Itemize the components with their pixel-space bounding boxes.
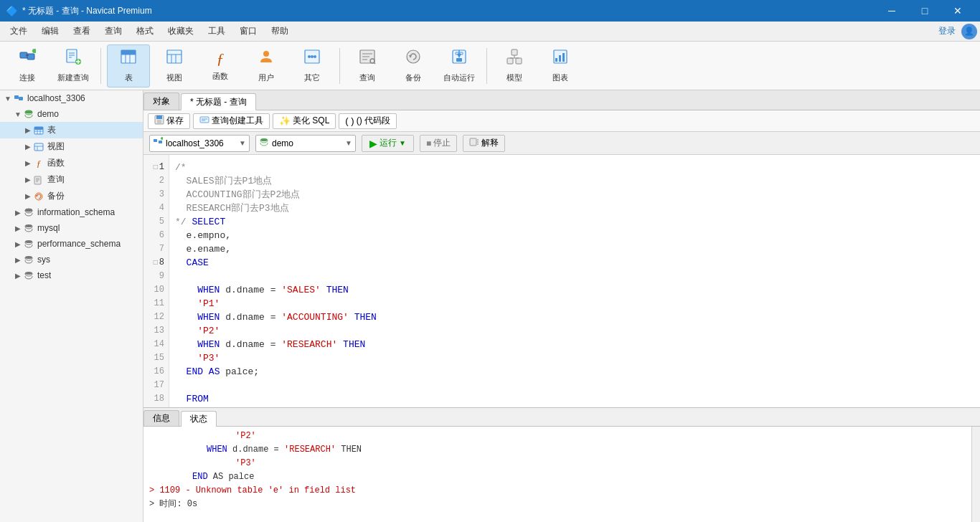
- view-group-icon: [33, 141, 44, 153]
- line-num-14: 14: [143, 338, 169, 351]
- login-label[interactable]: 登录: [938, 25, 956, 37]
- sidebar-item-mysql[interactable]: ▶ mysql: [0, 220, 143, 236]
- sidebar-item-localhost[interactable]: ▼ localhost_3306: [0, 90, 143, 106]
- svg-rect-16: [167, 50, 182, 63]
- bottom-scrollbar[interactable]: [971, 427, 980, 522]
- toolbar-other[interactable]: 其它: [291, 44, 334, 87]
- beautify-button[interactable]: ✨ 美化 SQL: [273, 113, 336, 129]
- sidebar-item-backup-group[interactable]: ▶ 备份: [0, 188, 143, 204]
- btab-status[interactable]: 状态: [181, 411, 217, 427]
- database-selector-arrow: ▼: [345, 139, 352, 147]
- snippet-icon: ( ): [345, 115, 354, 126]
- expand-arrow-localhost: ▼: [3, 95, 13, 103]
- maximize-button[interactable]: □: [908, 0, 941, 22]
- close-button[interactable]: ✕: [941, 0, 974, 22]
- toolbar-view[interactable]: 视图: [153, 44, 196, 87]
- sidebar-item-performance-schema[interactable]: ▶ performance_schema: [0, 236, 143, 252]
- view-icon: [166, 48, 183, 70]
- window-title: * 无标题 - 查询 - Navicat Premium: [22, 5, 875, 17]
- menu-help[interactable]: 帮助: [264, 22, 296, 40]
- database-selector[interactable]: demo ▼: [255, 135, 356, 152]
- toolbar-new-query[interactable]: 新建查询: [52, 44, 95, 87]
- tab-object[interactable]: 对象: [143, 92, 179, 110]
- sidebar-item-table-group[interactable]: ▶ 表: [0, 122, 143, 138]
- svg-rect-83: [470, 138, 476, 146]
- btab-info[interactable]: 信息: [143, 410, 179, 426]
- menu-file[interactable]: 文件: [3, 22, 34, 40]
- minimize-button[interactable]: ─: [875, 0, 908, 22]
- menu-query[interactable]: 查询: [98, 22, 129, 40]
- svg-point-23: [311, 55, 314, 58]
- function-icon: ƒ: [217, 49, 225, 68]
- code-line-12: WHEN d.dname = 'ACCOUNTING' THEN: [175, 310, 980, 324]
- line-num-11: 11: [143, 297, 169, 310]
- connection-selector-text: localhost_3306: [166, 138, 236, 148]
- user-icon: [258, 48, 275, 70]
- menu-favorites[interactable]: 收藏夹: [161, 22, 201, 40]
- toolbar-user[interactable]: 用户: [245, 44, 288, 87]
- svg-rect-58: [34, 143, 43, 151]
- menu-view[interactable]: 查看: [66, 22, 98, 40]
- toolbar-connect[interactable]: 连接: [6, 44, 49, 87]
- toolbar-backup[interactable]: 备份: [392, 44, 435, 87]
- toolbar-model[interactable]: 模型: [493, 44, 536, 87]
- connect-label: 连接: [19, 72, 35, 83]
- toolbar-function[interactable]: ƒ 函数: [199, 44, 242, 87]
- bottom-content[interactable]: 'P2' WHEN d.dname = 'RESEARCH' THEN 'P3'…: [143, 427, 980, 522]
- stop-button[interactable]: ■ 停止: [420, 135, 457, 152]
- menu-window[interactable]: 窗口: [232, 22, 264, 40]
- save-button[interactable]: 保存: [148, 113, 190, 129]
- sidebar-item-demo[interactable]: ▼ demo: [0, 106, 143, 122]
- toolbar-table[interactable]: 表: [107, 44, 150, 87]
- explain-button[interactable]: 解释: [463, 135, 505, 152]
- connection-selector[interactable]: localhost_3306 ▼: [149, 135, 250, 152]
- database-icon: [23, 108, 34, 120]
- sidebar-item-sys[interactable]: ▶ sys: [0, 252, 143, 267]
- svg-point-31: [407, 50, 420, 63]
- table-group-icon: [33, 125, 44, 136]
- connection-selector-icon: [153, 137, 163, 149]
- svg-rect-76: [200, 117, 209, 123]
- snippet-button[interactable]: ( ) () 代码段: [339, 113, 397, 129]
- chart-label: 图表: [552, 72, 568, 83]
- result-line-4: END AS palce: [149, 470, 974, 484]
- sidebar-item-information-schema[interactable]: ▶ information_schema: [0, 204, 143, 220]
- expand-arrow-infos: ▶: [13, 209, 23, 217]
- code-line-7: e.ename,: [175, 242, 980, 256]
- code-content[interactable]: /* SALES部门去P1地点 ACCOUNTING部门去P2地点 RESEAR…: [169, 155, 980, 407]
- backup-icon: [405, 48, 422, 70]
- tab-object-label: 对象: [153, 95, 170, 108]
- result-line-2: WHEN d.dname = 'RESEARCH' THEN: [149, 443, 974, 457]
- separator-1: [100, 48, 101, 84]
- code-editor[interactable]: □1 2 3 4 5 6 7 □8 9 10 11 12 13 14 15 16…: [143, 155, 980, 407]
- fold-8[interactable]: □: [154, 256, 158, 270]
- sidebar-item-view-group[interactable]: ▶ 视图: [0, 138, 143, 155]
- code-line-13: 'P2': [175, 324, 980, 338]
- view-group-label: 视图: [47, 141, 65, 153]
- tab-query[interactable]: * 无标题 - 查询: [181, 93, 256, 110]
- toolbar-query[interactable]: 查询: [346, 44, 389, 87]
- menu-tools[interactable]: 工具: [201, 22, 232, 40]
- result-line-5: > 1109 - Unknown table 'e' in field list: [149, 484, 974, 498]
- toolbar-chart[interactable]: 图表: [539, 44, 582, 87]
- code-line-6: e.empno,: [175, 229, 980, 242]
- query-tool-button[interactable]: 查询创建工具: [193, 113, 270, 129]
- new-query-icon: [65, 48, 82, 70]
- main-area: ▼ localhost_3306 ▼ demo ▶ 表 ▶: [0, 90, 980, 522]
- line-num-8: □8: [143, 256, 169, 270]
- toolbar-autorun[interactable]: 自动运行: [438, 44, 481, 87]
- expand-arrow-function: ▶: [23, 159, 33, 167]
- svg-point-72: [25, 272, 32, 275]
- menu-format[interactable]: 格式: [129, 22, 161, 40]
- run-button[interactable]: ▶ 运行 ▼: [362, 135, 414, 152]
- connection-icon: [13, 92, 24, 104]
- code-line-1: /*: [175, 161, 980, 174]
- explain-label: 解释: [481, 137, 499, 149]
- expand-arrow-backup: ▶: [23, 192, 33, 200]
- sidebar-item-test[interactable]: ▶ test: [0, 267, 143, 283]
- sidebar-item-query-group[interactable]: ▶ 查询: [0, 171, 143, 188]
- svg-rect-47: [559, 55, 561, 62]
- fold-1[interactable]: □: [154, 161, 158, 174]
- menu-edit[interactable]: 编辑: [34, 22, 66, 40]
- sidebar-item-function-group[interactable]: ▶ ƒ 函数: [0, 155, 143, 171]
